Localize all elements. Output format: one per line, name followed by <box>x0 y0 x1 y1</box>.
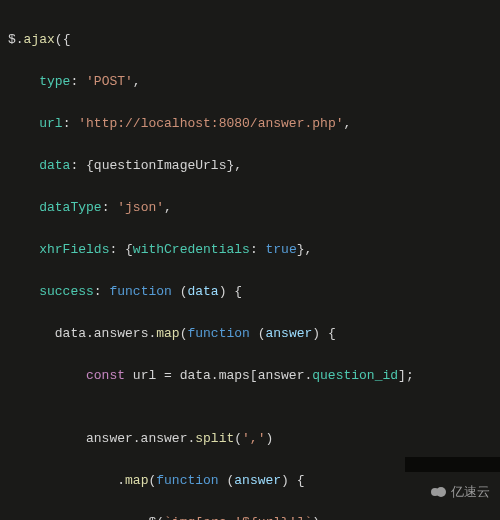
watermark-text: 亿速云 <box>451 481 490 502</box>
punct-token: ( <box>234 431 242 446</box>
prop-token: withCredentials <box>133 242 250 257</box>
var-token: questionImageUrls <box>94 158 227 173</box>
punct-token: ]; <box>398 368 414 383</box>
var-token: url = data.maps[answer. <box>125 368 312 383</box>
method-token: map <box>125 473 148 488</box>
punct-token: , <box>164 200 172 215</box>
punct-token: ( <box>219 473 235 488</box>
var-token: answer.answer. <box>86 431 195 446</box>
key-token: xhrFields <box>39 242 109 257</box>
method-token: ajax <box>24 32 55 47</box>
punct-token: ( <box>156 515 164 520</box>
key-token: type <box>39 74 70 89</box>
param-token: answer <box>234 473 281 488</box>
cloud-icon <box>429 486 447 498</box>
string-token: 'POST' <box>86 74 133 89</box>
punct-token: ) { <box>219 284 242 299</box>
punct-token: ( <box>250 326 266 341</box>
string-token: 'json' <box>117 200 164 215</box>
code-line: xhrFields: {withCredentials: true}, <box>8 239 500 260</box>
code-line: data.answers.map(function (answer) { <box>8 323 500 344</box>
code-line: answer.answer.split(',') <box>8 428 500 449</box>
code-line: dataType: 'json', <box>8 197 500 218</box>
code-block: $.ajax({ type: 'POST', url: 'http://loca… <box>0 0 500 520</box>
method-token: map <box>156 326 179 341</box>
punct-token: : <box>102 200 118 215</box>
string-token: 'http://localhost:8080/answer.php' <box>78 116 343 131</box>
code-line: const url = data.maps[answer.question_id… <box>8 365 500 386</box>
punct-token: : <box>63 116 79 131</box>
code-line: success: function (data) { <box>8 281 500 302</box>
var-token: data.answers. <box>55 326 156 341</box>
punct-token: }, <box>226 158 242 173</box>
function-keyword: function <box>156 473 218 488</box>
function-keyword: function <box>109 284 171 299</box>
watermark: 亿速云 <box>429 481 490 502</box>
punct-token: : <box>250 242 266 257</box>
method-token: split <box>195 431 234 446</box>
punct-token: ({ <box>55 32 71 47</box>
code-line: url: 'http://localhost:8080/answer.php', <box>8 113 500 134</box>
code-line: type: 'POST', <box>8 71 500 92</box>
code-line: data: {questionImageUrls}, <box>8 155 500 176</box>
code-line: $(`img[src='${url}']`) <box>8 512 500 520</box>
punct-token: ( <box>172 284 188 299</box>
bool-token: true <box>265 242 296 257</box>
template-string-token: `img[src='${url}']` <box>164 515 312 520</box>
punct-token: : <box>94 284 110 299</box>
key-token: url <box>39 116 62 131</box>
code-line: .map(function (answer) { <box>8 470 500 491</box>
jquery-token: $. <box>8 32 24 47</box>
punct-token: ) { <box>281 473 304 488</box>
punct-token: : <box>70 74 86 89</box>
code-line: $.ajax({ <box>8 29 500 50</box>
param-token: answer <box>265 326 312 341</box>
dark-strip <box>405 457 500 472</box>
punct-token: , <box>133 74 141 89</box>
function-keyword: function <box>187 326 249 341</box>
punct-token: ) <box>312 515 320 520</box>
string-token: ',' <box>242 431 265 446</box>
punct-token: ) { <box>312 326 335 341</box>
punct-token: : { <box>70 158 93 173</box>
key-token: dataType <box>39 200 101 215</box>
prop-token: question_id <box>312 368 398 383</box>
param-token: data <box>187 284 218 299</box>
key-token: data <box>39 158 70 173</box>
const-keyword: const <box>86 368 125 383</box>
punct-token: : { <box>109 242 132 257</box>
punct-token: , <box>343 116 351 131</box>
punct-token: . <box>117 473 125 488</box>
punct-token: ) <box>265 431 273 446</box>
punct-token: }, <box>297 242 313 257</box>
key-token: success <box>39 284 94 299</box>
